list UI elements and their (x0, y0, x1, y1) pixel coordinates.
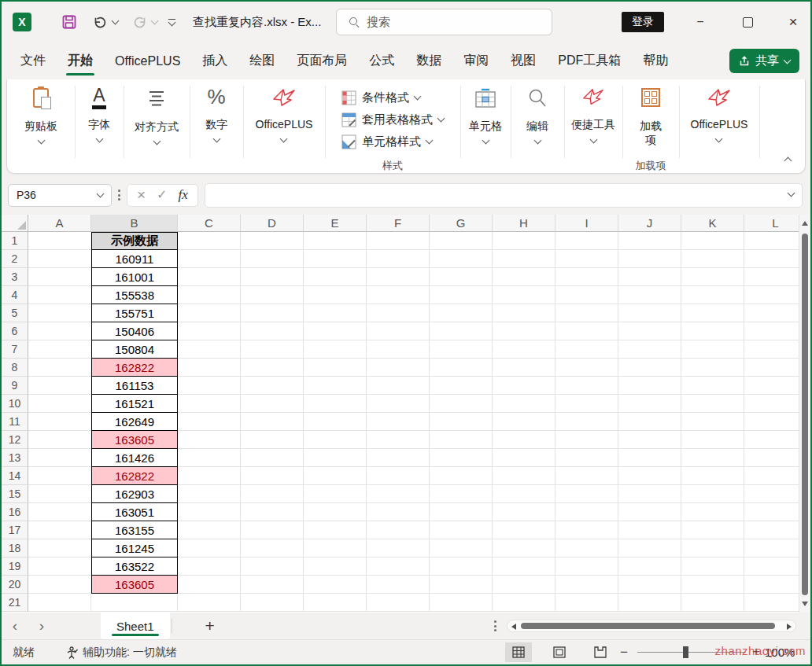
cell-F10[interactable] (367, 395, 430, 413)
cell-K15[interactable] (681, 485, 744, 503)
cell-G10[interactable] (430, 395, 493, 413)
ribbon-tab-OfficePLUS[interactable]: OfficePLUS (104, 42, 191, 79)
cell-C3[interactable] (178, 268, 241, 286)
cell-K16[interactable] (681, 503, 744, 521)
cell-A21[interactable] (28, 594, 91, 612)
cell-E9[interactable] (304, 377, 367, 395)
cell-E17[interactable] (304, 521, 367, 539)
column-header-J[interactable]: J (618, 215, 681, 232)
row-header-10[interactable]: 10 (2, 395, 28, 413)
cell-C20[interactable] (178, 576, 241, 594)
cell-L16[interactable] (744, 503, 800, 521)
cell-D1[interactable] (241, 232, 304, 250)
row-header-20[interactable]: 20 (2, 576, 28, 594)
cell-J21[interactable] (618, 594, 681, 612)
cell-I21[interactable] (555, 594, 618, 612)
conditional-formatting-button[interactable]: 条件格式 (341, 86, 420, 109)
cell-F6[interactable] (367, 322, 430, 340)
accessibility-status[interactable]: 辅助功能: 一切就绪 (66, 646, 177, 660)
sign-in-button[interactable]: 登录 (622, 12, 664, 32)
share-button[interactable]: 共享 (729, 49, 799, 73)
ribbon-group-alignment[interactable]: 对齐方式 (124, 79, 190, 173)
cell-B4[interactable]: 155538 (91, 286, 178, 304)
cell-B14[interactable]: 162822 (91, 467, 178, 485)
cell-C7[interactable] (178, 340, 241, 359)
cell-L4[interactable] (744, 286, 800, 304)
column-header-I[interactable]: I (555, 215, 618, 232)
enter-icon[interactable] (157, 188, 167, 202)
formula-input[interactable] (205, 183, 803, 208)
ribbon-tab-视图[interactable]: 视图 (500, 42, 547, 79)
cell-K14[interactable] (681, 467, 744, 485)
cell-D4[interactable] (241, 286, 304, 304)
cell-L9[interactable] (744, 377, 800, 395)
save-icon[interactable] (61, 14, 77, 30)
cell-D21[interactable] (241, 594, 304, 612)
cell-D19[interactable] (241, 557, 304, 576)
cell-G12[interactable] (430, 431, 493, 449)
cell-D14[interactable] (241, 467, 304, 485)
cell-K4[interactable] (681, 286, 744, 304)
cell-G7[interactable] (430, 340, 493, 359)
cell-L15[interactable] (744, 485, 800, 503)
maximize-button[interactable] (730, 6, 765, 38)
cell-J4[interactable] (618, 286, 681, 304)
column-header-F[interactable]: F (367, 215, 430, 232)
cell-K6[interactable] (681, 322, 744, 340)
cell-B18[interactable]: 161245 (91, 539, 178, 557)
add-sheet-button[interactable]: + (205, 616, 215, 635)
previous-sheet-icon[interactable] (2, 617, 28, 635)
cell-H4[interactable] (493, 286, 555, 304)
cell-E5[interactable] (304, 304, 367, 322)
cell-C15[interactable] (178, 485, 241, 503)
cell-K5[interactable] (681, 304, 744, 322)
cell-A4[interactable] (28, 286, 91, 304)
ribbon-tab-公式[interactable]: 公式 (358, 42, 405, 79)
cell-K19[interactable] (681, 557, 744, 576)
cell-L17[interactable] (744, 521, 800, 539)
cell-C4[interactable] (178, 286, 241, 304)
cell-E14[interactable] (304, 467, 367, 485)
row-header-8[interactable]: 8 (2, 359, 28, 377)
cell-B5[interactable]: 155751 (91, 304, 178, 322)
cell-H14[interactable] (493, 467, 555, 485)
undo-dropdown-icon[interactable] (112, 17, 120, 25)
cell-I13[interactable] (555, 449, 618, 467)
cell-C13[interactable] (178, 449, 241, 467)
cell-K21[interactable] (681, 594, 744, 612)
cell-H20[interactable] (493, 576, 555, 594)
cell-K20[interactable] (681, 576, 744, 594)
cell-H5[interactable] (493, 304, 555, 322)
cell-A14[interactable] (28, 467, 91, 485)
cell-G4[interactable] (430, 286, 493, 304)
cell-K3[interactable] (681, 268, 744, 286)
scroll-up-icon[interactable] (802, 221, 808, 226)
ribbon-group-font[interactable]: A 字体 (75, 79, 124, 173)
normal-view-button[interactable] (505, 642, 532, 662)
cell-J6[interactable] (618, 322, 681, 340)
cell-F11[interactable] (367, 413, 430, 431)
cell-J18[interactable] (618, 539, 681, 557)
cell-I4[interactable] (555, 286, 618, 304)
cell-C12[interactable] (178, 431, 241, 449)
cell-L18[interactable] (744, 539, 800, 557)
cell-C21[interactable] (178, 594, 241, 612)
cell-B11[interactable]: 162649 (91, 413, 178, 431)
select-all-corner[interactable] (2, 215, 28, 232)
cell-A2[interactable] (28, 250, 91, 268)
cell-B21[interactable] (91, 594, 178, 612)
cell-L14[interactable] (744, 467, 800, 485)
cell-G13[interactable] (430, 449, 493, 467)
cell-A1[interactable] (28, 232, 91, 250)
vertical-scrollbar[interactable] (799, 215, 810, 613)
cell-K18[interactable] (681, 539, 744, 557)
cell-C19[interactable] (178, 557, 241, 576)
row-header-18[interactable]: 18 (2, 539, 28, 557)
ribbon-tab-页面布局[interactable]: 页面布局 (286, 42, 358, 79)
cell-C1[interactable] (178, 232, 241, 250)
horizontal-scroll-thumb[interactable] (521, 623, 775, 629)
cell-E4[interactable] (304, 286, 367, 304)
cell-J1[interactable] (618, 232, 681, 250)
cell-F4[interactable] (367, 286, 430, 304)
cancel-icon[interactable] (137, 187, 146, 203)
